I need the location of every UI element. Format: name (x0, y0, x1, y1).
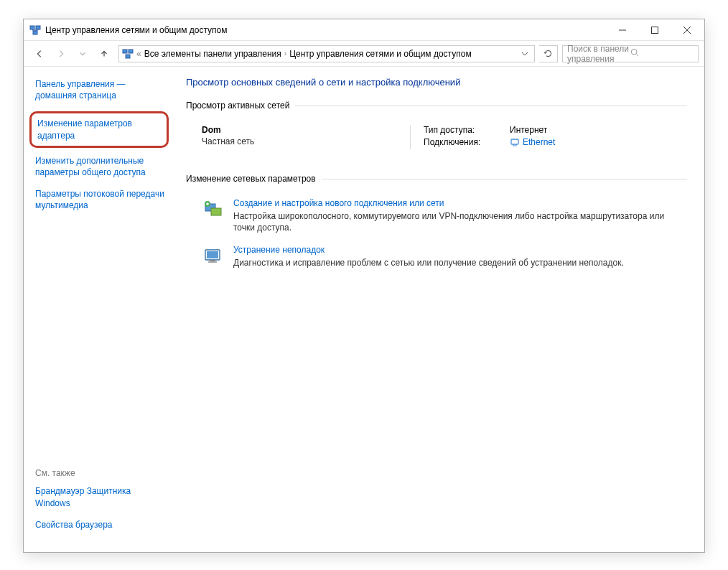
svg-rect-5 (129, 50, 133, 53)
control-panel-window: Центр управления сетями и общим доступом… (23, 19, 705, 553)
breadcrumb-current[interactable]: Центр управления сетями и общим доступом (289, 49, 472, 59)
main-heading: Просмотр основных сведений о сети и наст… (186, 77, 687, 88)
search-input[interactable]: Поиск в панели управления (562, 45, 699, 62)
access-type-value: Интернет (510, 125, 547, 135)
access-type-label: Тип доступа: (424, 125, 510, 135)
recent-dropdown[interactable] (73, 44, 93, 64)
sidebar-link-inetopts[interactable]: Свойства браузера (35, 519, 166, 531)
task-troubleshoot-desc: Диагностика и исправление проблем с сеть… (233, 257, 687, 268)
search-placeholder: Поиск в панели управления (567, 44, 630, 64)
refresh-button[interactable] (539, 45, 558, 62)
main-panel: Просмотр основных сведений о сети и наст… (173, 67, 704, 552)
breadcrumb-root[interactable]: Все элементы панели управления (144, 49, 281, 59)
active-networks-header: Просмотр активных сетей (186, 101, 687, 111)
svg-rect-2 (33, 31, 37, 34)
active-network-item: Dom Частная сеть Тип доступа: Интернет П… (186, 119, 687, 159)
svg-rect-8 (511, 139, 518, 144)
svg-rect-4 (123, 50, 127, 53)
overflow-chevron-icon: « (136, 49, 141, 59)
back-button[interactable] (29, 44, 50, 64)
sidebar-seealso-heading: См. также (35, 468, 166, 478)
active-networks-label: Просмотр активных сетей (186, 101, 289, 111)
task-troubleshoot-title[interactable]: Устранение неполадок (233, 245, 687, 255)
svg-rect-14 (210, 260, 215, 261)
svg-rect-15 (208, 261, 217, 263)
sidebar: Панель управления — домашняя страница Из… (24, 67, 173, 552)
addressbar: « Все элементы панели управления › Центр… (24, 41, 704, 67)
divider (295, 106, 687, 106)
svg-rect-6 (126, 55, 130, 58)
sidebar-link-streaming[interactable]: Параметры потоковой передачи мультимедиа (35, 188, 166, 211)
sidebar-link-adapter-settings[interactable]: Изменение параметров адаптера (29, 111, 169, 147)
network-params-header: Изменение сетевых параметров (186, 174, 687, 184)
divider (322, 179, 687, 179)
network-type: Частная сеть (202, 136, 410, 146)
location-icon (122, 48, 134, 60)
chevron-right-icon: › (284, 50, 286, 57)
task-new-connection-desc: Настройка широкополосного, коммутируемог… (233, 210, 687, 233)
titlebar: Центр управления сетями и общим доступом (24, 19, 704, 41)
task-new-connection-title[interactable]: Создание и настройка нового подключения … (233, 198, 687, 208)
sidebar-link-sharing[interactable]: Изменить дополнительные параметры общего… (35, 155, 166, 178)
close-button[interactable] (671, 20, 703, 40)
ethernet-icon (510, 137, 520, 147)
connection-name: Ethernet (523, 137, 555, 147)
task-new-connection: Создание и настройка нового подключения … (186, 192, 687, 239)
svg-point-7 (631, 49, 637, 55)
troubleshoot-icon (203, 246, 223, 266)
window-title: Центр управления сетями и общим доступом (45, 25, 606, 35)
network-center-icon (29, 24, 41, 36)
address-dropdown[interactable] (518, 50, 531, 57)
svg-rect-10 (211, 208, 221, 215)
window-controls (606, 20, 703, 40)
new-connection-icon (203, 200, 223, 220)
svg-rect-1 (36, 26, 40, 29)
svg-rect-13 (207, 251, 218, 258)
minimize-button[interactable] (606, 20, 638, 40)
content-area: Панель управления — домашняя страница Из… (24, 67, 704, 552)
address-field[interactable]: « Все элементы панели управления › Центр… (118, 45, 535, 62)
network-name: Dom (202, 125, 410, 135)
connection-link[interactable]: Ethernet (510, 137, 555, 147)
svg-rect-3 (651, 27, 658, 33)
sidebar-link-firewall[interactable]: Брандмауэр Защитника Windows (35, 485, 166, 508)
maximize-button[interactable] (638, 20, 671, 40)
search-icon (630, 48, 694, 59)
svg-rect-0 (30, 26, 34, 29)
forward-button[interactable] (51, 44, 71, 64)
connections-label: Подключения: (424, 137, 510, 147)
up-button[interactable] (94, 44, 114, 64)
sidebar-link-home[interactable]: Панель управления — домашняя страница (35, 78, 166, 101)
task-troubleshoot: Устранение неполадок Диагностика и испра… (186, 239, 687, 274)
network-params-label: Изменение сетевых параметров (186, 174, 316, 184)
